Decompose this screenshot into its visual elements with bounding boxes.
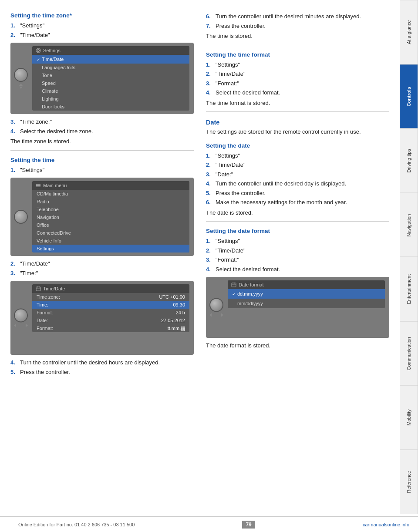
step-num: 4.: [206, 265, 213, 274]
svg-point-1: [36, 48, 40, 53]
list-item: 5. Press the controller.: [10, 368, 194, 377]
list-item: 3. "Format:": [206, 256, 389, 264]
list-item: 1. "Settings": [10, 21, 194, 30]
sidebar-tab-controls[interactable]: Controls: [400, 64, 418, 129]
list-item: 2. "Time/Date": [10, 259, 194, 268]
td-label: Time:: [37, 302, 48, 307]
timezone-steps-2: 3. "Time zone:" 4. Select the desired ti…: [10, 118, 194, 135]
controller-knob-area2: [14, 210, 28, 224]
left-column: Setting the time zone* 1. "Settings" 2. …: [10, 12, 194, 378]
list-item: 3. "Format:": [206, 79, 389, 88]
td-row-time-selected: Time: 09:30: [32, 301, 189, 309]
date-format-stored-note: The date format is stored.: [206, 341, 389, 350]
sidebar-tab-navigation[interactable]: Navigation: [400, 193, 418, 257]
svg-rect-4: [36, 187, 40, 188]
menu-telephone: Telephone: [32, 205, 189, 213]
list-item: 6. Make the necessary settings for the m…: [206, 198, 389, 207]
page-number: 79: [242, 521, 255, 529]
panel-title: Settings: [43, 48, 61, 53]
calendar-icon: [36, 286, 41, 291]
controller-knob3: [14, 309, 28, 323]
sidebar-tab-entertainment[interactable]: Entertainment: [400, 257, 418, 321]
menu-item-tone: Tone: [32, 71, 189, 79]
menu-radio: Radio: [32, 198, 189, 205]
step-text: Select the desired format.: [216, 265, 280, 274]
time-stored-note: The time is stored.: [206, 32, 389, 40]
td-row-date: Date: 27.05.2012: [32, 317, 189, 324]
step-num: 3.: [10, 269, 17, 278]
step-text: Press the controller.: [20, 368, 70, 377]
step-num: 4.: [10, 358, 17, 367]
lr-arrows: [14, 324, 28, 327]
menu-settings-selected: Settings: [32, 245, 189, 253]
arrow-left-icon2: [209, 313, 212, 317]
td-row-format2: Format: tt.mm.jjjj: [32, 324, 189, 332]
menu-connecteddrive: ConnectedDrive: [32, 229, 189, 237]
time-format-steps: 1. "Settings" 2. "Time/Date" 3. "Format:…: [206, 61, 389, 97]
time-steps-1: 1. "Settings": [10, 166, 194, 175]
step-num: 7.: [206, 22, 213, 30]
step-text: "Time/Date": [20, 31, 50, 40]
online-edition-text: Online Edition for Part no. 01 40 2 606 …: [18, 522, 135, 527]
footer-site-text: carmanualsonline.info: [363, 522, 409, 527]
section-heading-date: Setting the date: [206, 142, 389, 149]
sidebar-tab-communication[interactable]: Communication: [400, 321, 418, 386]
timezone-note: The time zone is stored.: [10, 137, 194, 146]
sidebar-tab-mobility[interactable]: Mobility: [400, 385, 418, 450]
sidebar-tab-driving-tips[interactable]: Driving tips: [400, 128, 418, 193]
date-format-title: Date format: [239, 282, 263, 287]
step-num: 5.: [206, 189, 213, 198]
controller-arrows: [14, 84, 28, 89]
section-heading-time: Setting the time: [10, 157, 194, 163]
svg-rect-3: [36, 185, 40, 186]
step-text: Turn the controller until the desired da…: [216, 179, 346, 188]
step-text: "Time:": [20, 269, 38, 278]
list-item: 3. "Date:": [206, 170, 389, 179]
td-label: Time zone:: [37, 294, 60, 300]
step-text: Turn the controller until the desired ho…: [20, 358, 160, 367]
date-steps: 1. "Settings" 2. "Time/Date" 3. "Date:" …: [206, 152, 389, 207]
timedate-title-bar: Time/Date: [32, 284, 189, 293]
step-text: Select the desired format.: [216, 88, 280, 97]
svg-point-0: [37, 50, 40, 52]
menu-item-speed: Speed: [32, 79, 189, 87]
list-item: 2. "Time/Date": [206, 161, 389, 169]
menu-item-climate: Climate: [32, 87, 189, 95]
list-item: 2. "Time/Date": [206, 70, 389, 78]
step-num: 1.: [206, 237, 213, 246]
step-num: 2.: [206, 246, 213, 255]
sidebar-tab-at-a-glance[interactable]: At a glance: [400, 0, 418, 64]
step-text: "Settings": [216, 237, 240, 246]
date-format-panel: Date format ✓ dd.mm.yyyy mm/dd/yyyy: [228, 280, 385, 308]
settings-screen-wrapper: Settings ✓ Time/Date Language/Units Tone…: [10, 43, 194, 114]
main-menu-panel: Main menu CD/Multimedia Radio Telephone …: [32, 181, 189, 253]
settings-panel: Settings ✓ Time/Date Language/Units Tone…: [32, 46, 189, 111]
list-item: 4. Select the desired format.: [206, 265, 389, 274]
menu-navigation: Navigation: [32, 213, 189, 221]
step-num: 1.: [206, 61, 213, 69]
step-num: 1.: [10, 21, 17, 30]
step-num: 4.: [206, 179, 213, 188]
date-format-screen-wrapper: Date format ✓ dd.mm.yyyy mm/dd/yyyy: [206, 277, 389, 338]
list-item: 3. "Time zone:": [10, 118, 194, 126]
calendar-icon2: [231, 282, 236, 287]
list-item: 6. Turn the controller until the desired…: [206, 12, 389, 21]
svg-rect-5: [36, 287, 40, 291]
checkmark-icon2: ✓: [232, 292, 236, 296]
list-item: 4. Turn the controller until the desired…: [10, 358, 194, 367]
step-text: Turn the controller until the desired mi…: [216, 12, 361, 21]
step-text: "Format:": [216, 79, 239, 88]
step-text: "Time/Date": [216, 246, 246, 255]
settings-gear-icon: [36, 48, 41, 53]
list-item: 4. Select the desired format.: [206, 88, 389, 97]
list-item: 5. Press the controller.: [206, 189, 389, 198]
panel-title-bar: Settings: [32, 46, 189, 55]
footer: Online Edition for Part no. 01 40 2 606 …: [0, 516, 418, 532]
step-num: 2.: [206, 70, 213, 78]
arrow-right-icon: [26, 324, 28, 327]
sidebar-tab-reference[interactable]: Reference: [400, 450, 418, 514]
main-menu-title: Main menu: [43, 183, 67, 188]
timedate-title: Time/Date: [43, 286, 65, 291]
main-content: Setting the time zone* 1. "Settings" 2. …: [0, 0, 400, 395]
list-item: 2. "Time/Date": [206, 246, 389, 255]
